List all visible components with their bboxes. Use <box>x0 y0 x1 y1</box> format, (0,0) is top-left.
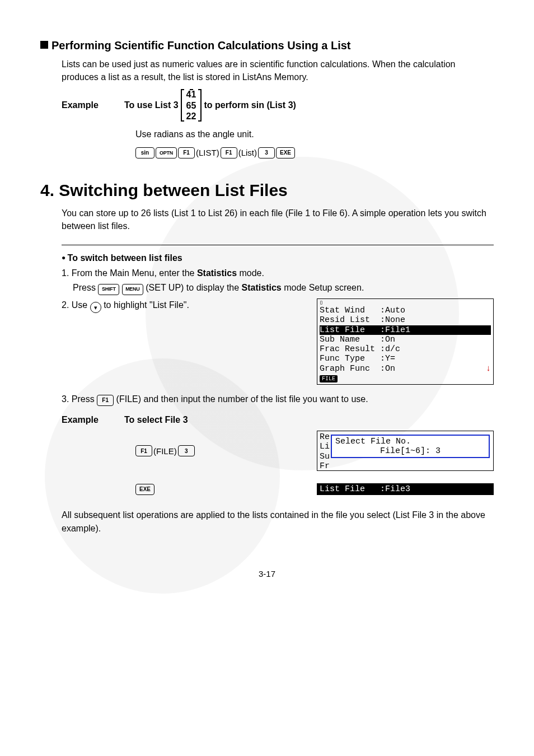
example-note: Use radians as the angle unit. <box>135 129 494 139</box>
example-label: Example <box>62 100 124 110</box>
square-bullet-icon <box>40 41 48 49</box>
mode-name: Statistics <box>242 283 282 292</box>
step-sub: Press SHIFT MENU (SET UP) to display the… <box>73 281 494 295</box>
screen-row: Resid List :None <box>320 315 491 325</box>
intro-paragraph: Lists can be used just as numeric values… <box>62 58 494 83</box>
chapter-intro: You can store up to 26 lists (List 1 to … <box>62 207 494 232</box>
screen-row: Frac Result :d/c <box>320 344 491 354</box>
key-annotation: (List) <box>238 148 257 157</box>
step-text: mode Setup screen. <box>282 283 364 292</box>
example-label: Example <box>62 415 124 425</box>
screen-row: Sub Name :On <box>320 335 491 344</box>
step-text: (FILE) and then input the number of the … <box>114 394 368 404</box>
optn-key-icon: OPTN <box>156 147 177 158</box>
step-text: 2. Use <box>62 300 90 310</box>
calculator-screen: ▯ Stat Wind :Auto Resid List :None List … <box>317 298 494 385</box>
calculator-dialog-screen: Re Li Su Fr Fu Select File No. File[1~6]… <box>317 431 494 471</box>
step-text: mode. <box>237 268 264 278</box>
step-text: 1. From the Main Menu, enter the <box>62 268 197 278</box>
screen-row: Func Type :Y= <box>320 354 491 363</box>
menu-key-icon: MENU <box>122 284 143 295</box>
dialog-box: Select File No. File[1~6]: 3 <box>331 435 490 458</box>
mode-name: Statistics <box>197 268 237 278</box>
step-text: (SET UP) to display the <box>143 283 242 292</box>
step-text: 3. Press <box>62 394 97 404</box>
example-content: To select File 3 <box>124 415 188 425</box>
matrix-row: 22 <box>186 111 196 122</box>
screen-row: Graph Func :On↓ <box>320 364 491 374</box>
section-heading-text: Performing Scientific Function Calculati… <box>51 39 351 52</box>
screen-row: Stat Wind :Auto <box>320 306 491 315</box>
three-key-icon: 3 <box>258 147 275 158</box>
shift-key-icon: SHIFT <box>98 284 119 295</box>
screen-status-icons: ▯ <box>320 300 491 306</box>
divider <box>62 245 494 245</box>
example-row-2: Example To select File 3 <box>62 415 494 425</box>
exe-key-icon: EXE <box>135 484 154 495</box>
three-key-icon: 3 <box>178 445 195 456</box>
example-content: To use List 3 41 65 22 to perform sin (L… <box>124 89 296 122</box>
step-2: 2. Use ▾ to highlight "List File". <box>62 298 317 313</box>
f1-key-icon: F1 <box>97 395 114 406</box>
exe-key-icon: EXE <box>276 147 295 158</box>
matrix-row: 41 <box>186 89 196 100</box>
matrix-row: 65 <box>186 100 196 111</box>
example-suffix: to perform sin (List 3) <box>204 100 296 110</box>
key-annotation: (FILE) <box>153 446 177 456</box>
result-bar: List File :File3 <box>317 483 494 495</box>
f1-key-icon: F1 <box>221 147 237 158</box>
example-row: Example To use List 3 41 65 22 to perfor… <box>62 89 494 122</box>
outro-paragraph: All subsequent list operations are appli… <box>62 508 494 535</box>
step-1: 1. From the Main Menu, enter the Statist… <box>62 267 494 295</box>
soft-key-tab: FILE <box>320 375 338 383</box>
down-cursor-key-icon: ▾ <box>90 302 101 313</box>
key-annotation: (LIST) <box>196 148 219 157</box>
sub-heading: To switch between list files <box>62 253 494 263</box>
key-sequence-2: F1 (FILE) 3 <box>135 445 195 456</box>
key-sequence: sin OPTN F1 (LIST) F1 (List) 3 EXE <box>135 147 494 158</box>
page-number: 3-17 <box>40 569 494 578</box>
example-prefix: To use List 3 <box>124 100 179 110</box>
dialog-title: Select File No. <box>335 437 485 446</box>
f1-key-icon: F1 <box>135 445 152 456</box>
sin-key-icon: sin <box>135 147 154 158</box>
chapter-heading: 4. Switching between List Files <box>40 181 494 200</box>
step-3: 3. Press F1 (FILE) and then input the nu… <box>62 393 494 406</box>
matrix-icon: 41 65 22 <box>181 89 202 122</box>
screen-row-highlighted: List File :File1 <box>320 325 491 335</box>
step-text: to highlight "List File". <box>101 300 189 310</box>
step-text: Press <box>73 283 98 292</box>
dialog-background-text: Re Li Su Fr Fu <box>320 432 330 471</box>
dialog-prompt: File[1~6]: 3 <box>335 446 485 456</box>
down-arrow-icon: ↓ <box>486 364 491 374</box>
key-sequence-3: EXE <box>135 483 154 495</box>
section-heading: Performing Scientific Function Calculati… <box>40 39 494 52</box>
f1-key-icon: F1 <box>178 147 195 158</box>
